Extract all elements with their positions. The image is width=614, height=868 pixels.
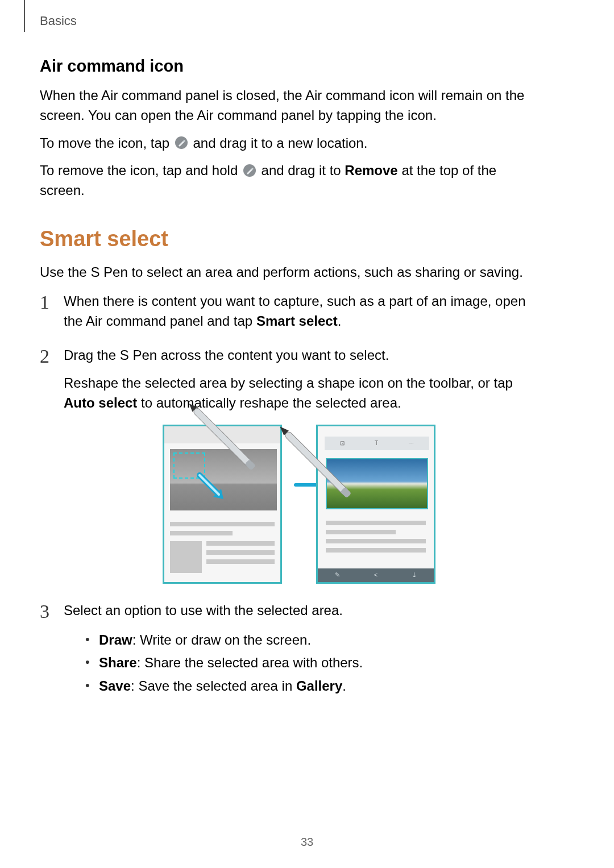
placeholder-line — [206, 559, 275, 564]
paragraph: When the Air command panel is closed, th… — [40, 86, 534, 126]
device-photo-area — [170, 449, 277, 510]
placeholder-bar — [170, 522, 275, 526]
step-3: 3 Select an option to use with the selec… — [40, 601, 534, 698]
text-bold: Gallery — [296, 678, 342, 693]
text-bold: Remove — [345, 163, 397, 178]
illustration-device-after: ⊡ T ⋯ ✎ < — [316, 425, 435, 584]
draw-icon: ✎ — [335, 571, 340, 580]
illustration-device-before — [163, 425, 282, 584]
option-text: . — [342, 678, 346, 693]
heading-air-command-icon: Air command icon — [40, 57, 534, 76]
placeholder-line — [206, 550, 275, 555]
text-icon: T — [375, 439, 378, 448]
air-command-pen-icon — [243, 164, 256, 177]
page-number: 33 — [0, 836, 614, 849]
illustration-row: ⊡ T ⋯ ✎ < — [64, 425, 534, 584]
numbered-steps: 1 When there is content you want to capt… — [40, 292, 534, 698]
placeholder-line — [206, 541, 275, 546]
step-2: 2 Drag the S Pen across the content you … — [40, 346, 534, 583]
save-icon: ⤓ — [412, 571, 417, 580]
placeholder-thumb — [170, 541, 202, 573]
text: To remove the icon, tap and hold — [40, 163, 242, 178]
option-list: Draw: Write or draw on the screen. Share… — [64, 629, 534, 698]
selected-image-result — [326, 458, 428, 509]
step-text: When there is content you want to captur… — [64, 292, 534, 331]
option-text: : Save the selected area in — [131, 678, 296, 693]
text-bold: Auto select — [64, 395, 137, 410]
text-bold: Smart select — [256, 313, 338, 329]
text: Reshape the selected area by selecting a… — [64, 375, 513, 391]
paragraph-move-icon: To move the icon, tap and drag it to a n… — [40, 134, 534, 153]
placeholder-line — [326, 521, 426, 525]
smart-select-bottom-bar: ✎ < ⤓ — [318, 568, 434, 582]
step-number: 2 — [40, 342, 49, 370]
step-1: 1 When there is content you want to capt… — [40, 292, 534, 331]
step-text: Reshape the selected area by selecting a… — [64, 373, 534, 413]
step-number: 3 — [40, 597, 49, 625]
smart-select-toolbar: ⊡ T ⋯ — [325, 437, 429, 450]
air-command-pen-icon — [175, 136, 188, 149]
ellipsis-icon: ⋯ — [408, 439, 414, 448]
step-number: 1 — [40, 288, 49, 316]
step-text: Drag the S Pen across the content you wa… — [64, 346, 534, 366]
text: to automatically reshape the selected ar… — [137, 395, 401, 410]
option-label: Draw — [99, 632, 132, 647]
breadcrumb: Basics — [24, 0, 77, 32]
step-text: Select an option to use with the selecte… — [64, 601, 534, 621]
text: and drag it to a new location. — [193, 135, 367, 151]
device-header — [164, 426, 280, 443]
paragraph: Use the S Pen to select an area and perf… — [40, 263, 534, 283]
option-label: Share — [99, 655, 137, 670]
device-placeholder-lines — [170, 522, 275, 573]
page-content: Air command icon When the Air command pa… — [40, 57, 534, 713]
placeholder-line — [326, 548, 426, 553]
placeholder-line — [326, 539, 426, 543]
device-placeholder-lines — [326, 521, 426, 553]
option-save: Save: Save the selected area in Gallery. — [85, 675, 534, 698]
text: To move the icon, tap — [40, 135, 173, 151]
paragraph-remove-icon: To remove the icon, tap and hold and dra… — [40, 161, 534, 201]
option-draw: Draw: Write or draw on the screen. — [85, 629, 534, 652]
option-text: : Share the selected area with others. — [137, 655, 363, 670]
breadcrumb-label: Basics — [40, 14, 77, 28]
share-icon: < — [374, 571, 377, 580]
placeholder-line — [326, 530, 396, 534]
option-share: Share: Share the selected area with othe… — [85, 651, 534, 675]
auto-select-icon: ⊡ — [340, 439, 345, 448]
option-label: Save — [99, 678, 131, 693]
option-text: : Write or draw on the screen. — [132, 632, 311, 647]
text: and drag it to — [262, 163, 345, 178]
heading-smart-select: Smart select — [40, 227, 534, 251]
text: . — [338, 313, 342, 329]
placeholder-bar — [170, 531, 233, 535]
drag-arrow-icon — [196, 472, 228, 504]
